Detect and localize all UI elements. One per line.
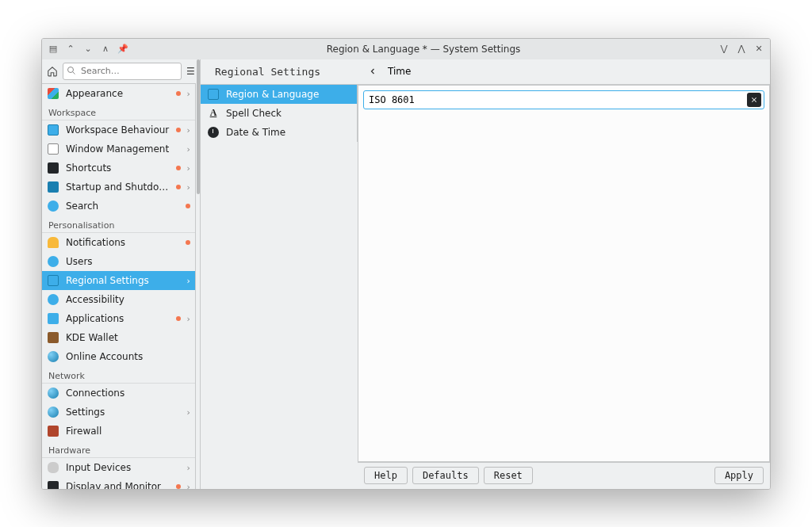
sidebar-item-label: Shortcuts <box>66 162 170 174</box>
mouse-icon <box>47 461 59 474</box>
apps-icon <box>47 312 59 325</box>
sidebar-primary: Appearance›WorkspaceWorkspace Behaviour›… <box>42 84 196 488</box>
sidebar-item-settings[interactable]: Settings› <box>42 403 195 422</box>
sidebar-item-firewall[interactable]: Firewall <box>42 422 195 441</box>
global-search-input[interactable] <box>63 63 182 80</box>
clear-search-button[interactable] <box>747 93 761 107</box>
sidebar-item-shortcuts[interactable]: Shortcuts› <box>42 158 195 178</box>
appearance-icon <box>47 87 59 100</box>
sidebar-item-input-devices[interactable]: Input Devices› <box>42 458 195 477</box>
sidebar-item-label: Users <box>66 256 190 267</box>
sidebar-item-label: Settings <box>66 407 181 418</box>
firewall-icon <box>47 425 59 437</box>
sidebar-group-header: Personalisation <box>42 216 195 233</box>
chevron-right-icon: › <box>187 407 190 418</box>
globe-icon <box>47 406 59 418</box>
sidebar-item-kde-wallet[interactable]: KDE Wallet <box>42 328 195 347</box>
chevron-right-icon: › <box>187 163 190 174</box>
sidebar-item-label: Online Accounts <box>66 351 190 362</box>
display-icon <box>47 480 59 488</box>
changed-indicator-icon <box>176 166 181 170</box>
sidebar-item-notifications[interactable]: Notifications <box>42 233 195 252</box>
apply-button[interactable]: Apply <box>714 467 764 484</box>
back-button[interactable] <box>366 64 380 78</box>
sidebar-item-label: Appearance <box>66 88 170 99</box>
sidebar-item-label: Display and Monitor <box>66 481 170 488</box>
up-icon[interactable]: ∧ <box>99 43 112 55</box>
sidebar-item-window-management[interactable]: Window Management› <box>42 139 195 158</box>
sidebar-item-startup-and-shutdo-[interactable]: Startup and Shutdo…› <box>42 178 195 197</box>
home-button[interactable] <box>47 63 58 80</box>
content-header: Time <box>358 59 770 85</box>
spell-icon: A <box>207 107 220 120</box>
pin-icon[interactable]: 📌 <box>117 43 129 55</box>
defaults-button[interactable]: Defaults <box>412 467 479 484</box>
sidebar-item-display-and-monitor[interactable]: Display and Monitor› <box>42 477 195 488</box>
content-search-input[interactable] <box>363 90 764 109</box>
sidebar-item-users[interactable]: Users <box>42 252 195 271</box>
monitor-icon <box>47 124 59 136</box>
sidebar-item-workspace-behaviour[interactable]: Workspace Behaviour› <box>42 120 195 139</box>
chevron-right-icon: › <box>187 89 190 99</box>
window-icon <box>47 143 59 155</box>
help-button[interactable]: Help <box>364 467 408 484</box>
sidebar-group-header: Network <box>42 366 195 384</box>
close-icon[interactable]: ✕ <box>753 43 765 55</box>
hamburger-icon[interactable]: ☰ <box>186 63 195 80</box>
changed-indicator-icon <box>176 128 181 132</box>
sidebar-item-label: Startup and Shutdo… <box>66 181 170 193</box>
sidebar-item-label: Workspace Behaviour <box>66 124 170 136</box>
minimize-icon[interactable]: ⋁ <box>718 43 730 55</box>
chevron-right-icon: › <box>187 144 190 155</box>
sidebar-item-search[interactable]: Search <box>42 197 195 216</box>
section-title: Regional Settings <box>209 66 320 78</box>
content-title: Time <box>388 66 411 77</box>
subpanel-item-region-language[interactable]: Region & Language <box>201 85 357 104</box>
sidebar-item-label: KDE Wallet <box>66 332 190 343</box>
sidebar-scrollbar[interactable] <box>196 59 201 489</box>
sidebar-item-connections[interactable]: Connections <box>42 384 195 403</box>
changed-indicator-icon <box>176 185 181 189</box>
changed-indicator-icon <box>176 91 181 96</box>
chevron-right-icon: › <box>187 182 190 193</box>
changed-indicator-icon <box>176 484 181 488</box>
window-title: Region & Language * — System Settings <box>129 44 718 55</box>
sidebar-item-label: Window Management <box>66 143 181 155</box>
sidebar-item-label: Regional Settings <box>66 275 181 286</box>
chevron-right-icon: › <box>187 314 190 324</box>
globe-icon <box>47 387 59 399</box>
sidebar-group-header: Workspace <box>42 103 195 120</box>
maximize-icon[interactable]: ⋀ <box>735 43 748 55</box>
svg-point-0 <box>68 67 74 72</box>
global-search[interactable] <box>63 63 182 80</box>
access-icon <box>47 293 59 306</box>
subpanel-item-date-time[interactable]: Date & Time <box>201 123 357 142</box>
subpanel-item-label: Spell Check <box>226 108 282 119</box>
chevron-right-icon: › <box>187 276 190 286</box>
sidebar-item-accessibility[interactable]: Accessibility <box>42 290 195 309</box>
changed-indicator-icon <box>186 204 190 208</box>
sidebar-item-label: Notifications <box>66 237 179 248</box>
sidebar-item-appearance[interactable]: Appearance› <box>42 84 195 103</box>
online-icon <box>47 350 59 363</box>
sidebar-item-online-accounts[interactable]: Online Accounts <box>42 347 195 366</box>
keyboard-icon <box>47 162 59 174</box>
up-all-icon[interactable]: ⌃ <box>64 43 77 55</box>
titlebar: ▤ ⌃ ⌄ ∧ 📌 Region & Language * — System S… <box>42 39 770 59</box>
sidebar-item-regional-settings[interactable]: Regional Settings› <box>42 271 195 290</box>
content-body <box>358 85 770 462</box>
sidebar-item-label: Connections <box>66 388 190 399</box>
chevron-right-icon: › <box>187 125 190 136</box>
svg-line-1 <box>73 71 75 74</box>
sidebar-item-label: Input Devices <box>66 462 181 473</box>
down-all-icon[interactable]: ⌄ <box>82 43 94 55</box>
subpanel-item-spell-check[interactable]: ASpell Check <box>201 104 357 123</box>
sidebar-item-applications[interactable]: Applications› <box>42 309 195 328</box>
search-icon <box>67 66 76 78</box>
chevron-right-icon: › <box>187 463 190 473</box>
monitor-icon <box>207 88 220 101</box>
clock-icon <box>207 126 220 139</box>
reset-button[interactable]: Reset <box>484 467 533 484</box>
app-menu-icon[interactable]: ▤ <box>47 43 59 55</box>
subpanel-item-label: Region & Language <box>226 89 319 100</box>
